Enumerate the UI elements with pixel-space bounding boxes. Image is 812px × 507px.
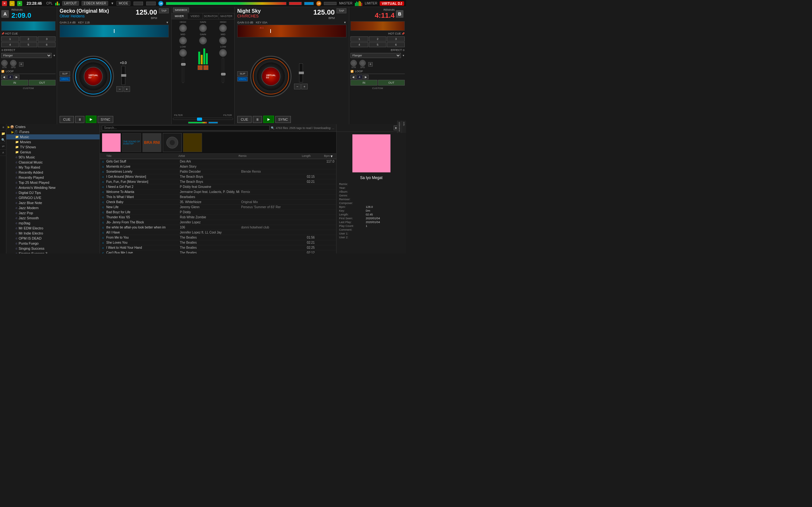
sidebar-item-jazz-smooth[interactable]: ♫ Jazz Smooth bbox=[6, 216, 100, 221]
pitch-slider-a[interactable] bbox=[121, 66, 125, 85]
loop-next-a[interactable]: ▶ bbox=[14, 75, 19, 79]
mid-knob-l[interactable] bbox=[179, 37, 187, 44]
sandbox-btn[interactable]: SANDBOX bbox=[173, 8, 189, 12]
hcue-a-3[interactable]: 3 bbox=[38, 37, 55, 42]
tap-btn-b[interactable]: TAP bbox=[337, 8, 346, 13]
track-row[interactable]: ♫ Moments in Love Adam Story bbox=[100, 164, 336, 169]
dropdown-icon[interactable]: ▼ bbox=[111, 2, 114, 5]
maximize-button[interactable]: + bbox=[17, 1, 22, 6]
out-btn-b[interactable]: OUT bbox=[378, 80, 405, 86]
hcue-b-4[interactable]: 4 bbox=[351, 42, 368, 47]
tab-scratch[interactable]: SCRATCH bbox=[203, 13, 219, 19]
effect-expand-b[interactable]: ▼ bbox=[402, 54, 405, 57]
effect-expand-a[interactable]: ▼ bbox=[53, 54, 55, 57]
turntable-a[interactable]: VIRTUALDJ bbox=[72, 56, 114, 97]
sidebar-item-gringo[interactable]: ♫ GRINGO LIVE bbox=[6, 195, 100, 200]
sidebar-item-itunes[interactable]: ▶🎵 iTunes bbox=[6, 129, 100, 134]
sidebar-item-mp3tag[interactable]: ♫ mp3tag bbox=[6, 221, 100, 226]
effect-select-b[interactable]: Flanger bbox=[351, 53, 401, 58]
sidebar-item-edm[interactable]: ♫ Mr EDM Electro bbox=[6, 226, 100, 231]
play-b[interactable]: ▶ bbox=[263, 116, 274, 123]
hp-right[interactable]: 🎧 bbox=[203, 65, 208, 70]
loop-prev-b[interactable]: ◀ bbox=[351, 75, 356, 79]
track-row[interactable]: ♫ From Me to You The Beatles 01:56 bbox=[100, 235, 336, 240]
th-artist[interactable]: Artist bbox=[178, 154, 239, 158]
str-knob-a[interactable] bbox=[1, 60, 8, 66]
track-row[interactable]: ♫ This Is What I Want Bearbabes bbox=[100, 194, 336, 200]
sidebar-item-punta[interactable]: ♫ Punta Fuego bbox=[6, 241, 100, 246]
album-art-5[interactable] bbox=[183, 133, 202, 152]
sidebar-item-music[interactable]: 📁 Music bbox=[6, 134, 100, 139]
track-row[interactable]: ♫ She Loves You The Beatles 02:21 bbox=[100, 240, 336, 245]
hcue-a-6[interactable]: 6 bbox=[38, 42, 55, 47]
hcue-b-3[interactable]: 3 bbox=[387, 37, 405, 42]
th-sort[interactable]: ▼ bbox=[330, 154, 334, 158]
slip-btn-b[interactable]: SLIP bbox=[237, 71, 248, 76]
hp-left[interactable]: 🎧 bbox=[198, 65, 203, 70]
tap-btn-a[interactable]: TAP bbox=[159, 8, 169, 13]
play-a[interactable]: ▶ bbox=[86, 116, 96, 123]
layout-button[interactable]: LAYOUT bbox=[62, 1, 79, 6]
track-row[interactable]: ♫ Welcome To Atlanta Jermaine Dupri feat… bbox=[100, 189, 336, 194]
sidebar-item-tv[interactable]: 📁 TV Shows bbox=[6, 145, 100, 150]
track-row[interactable]: ♫ I Get Around [Mono Version] The Beach … bbox=[100, 174, 336, 179]
sidebar-item-movies[interactable]: 📁 Movies bbox=[6, 139, 100, 145]
in-btn-b[interactable]: IN bbox=[351, 80, 377, 86]
sidebar-item-jazz-blue[interactable]: ♫ Jazz Blue Note bbox=[6, 200, 100, 205]
album-art-2[interactable]: THE SOUND OFDUBSTEP bbox=[122, 133, 141, 152]
th-title[interactable]: Title bbox=[106, 154, 178, 158]
search-icon[interactable]: 🔍 bbox=[271, 126, 274, 130]
track-row[interactable]: ♫ All I Have Jennifer Lopez ft. LL Cool … bbox=[100, 230, 336, 235]
hcue-b-1[interactable]: 1 bbox=[351, 37, 368, 42]
turntable-b[interactable]: VIRTUALDJ bbox=[250, 56, 292, 97]
minimize-button[interactable]: − bbox=[9, 1, 14, 6]
nav-icon-arrows[interactable]: ⇄ bbox=[0, 143, 6, 150]
sidebar-item-opm[interactable]: ♫ OPM IS DEAD bbox=[6, 236, 100, 241]
str-knob-b[interactable] bbox=[351, 60, 357, 66]
sidebar-item-antonios[interactable]: ♫ Antonio's Wedding New bbox=[6, 185, 100, 190]
effect-add-a[interactable]: + bbox=[19, 62, 23, 66]
track-row[interactable]: ♫ I Want to Hold Your Hand The Beatles 0… bbox=[100, 245, 336, 250]
cue-main-a[interactable]: CUE bbox=[60, 116, 74, 123]
out-btn-a[interactable]: OUT bbox=[29, 80, 56, 86]
track-row[interactable]: ♫ Girls Get Stuff Des Ark 117.0 bbox=[100, 159, 336, 164]
tab-video[interactable]: VIDEO bbox=[188, 13, 203, 19]
hcue-a-4[interactable]: 4 bbox=[1, 42, 19, 47]
loop-next-b[interactable]: ▶ bbox=[363, 75, 368, 79]
sidebar-item-singing3[interactable]: ♫ Singing Success 3 bbox=[6, 251, 100, 253]
sidebar-item-recently-played[interactable]: ♫ Recently Played bbox=[6, 175, 100, 180]
sidebar-item-top-rated[interactable]: ♫ My Top Rated bbox=[6, 165, 100, 170]
hcue-b-2[interactable]: 2 bbox=[369, 37, 387, 42]
low-knob-l[interactable] bbox=[179, 49, 187, 57]
pm-minus-b[interactable]: − bbox=[294, 83, 300, 89]
track-row[interactable]: ♫ Sometimes Lonely Pablo Decoder Blende … bbox=[100, 169, 336, 174]
effect-add-b[interactable]: + bbox=[368, 62, 373, 66]
gain-knob-r[interactable] bbox=[199, 37, 207, 44]
effect-select-a[interactable]: Flanger bbox=[1, 53, 52, 58]
sidebar-item-crates[interactable]: ▶📦 Crates bbox=[6, 124, 100, 129]
sidebar-item-indie[interactable]: ♫ Mr Indie Electro bbox=[6, 231, 100, 236]
sidebar-item-recently-added[interactable]: ♫ Recently Added bbox=[6, 170, 100, 175]
album-art-4[interactable] bbox=[163, 133, 182, 152]
pause-a[interactable]: ⏸ bbox=[75, 116, 84, 123]
sidebar-item-jazz-pop[interactable]: ♫ Jazz Pop bbox=[6, 210, 100, 216]
search-input[interactable] bbox=[102, 125, 270, 130]
sidebar-item-classical[interactable]: ♫ Classical Music bbox=[6, 160, 100, 165]
close-button[interactable]: ✕ bbox=[2, 1, 7, 6]
mixer-button[interactable]: 2 DECK MIXER bbox=[82, 1, 108, 6]
fader-r[interactable] bbox=[222, 58, 224, 83]
hcue-a-5[interactable]: 5 bbox=[20, 42, 38, 47]
nav-icon-filter[interactable]: 🔍 bbox=[0, 137, 6, 143]
track-row[interactable]: ♫ Thunder Kiss '65 Rob White Zombie bbox=[100, 215, 336, 220]
pause-b[interactable]: ⏸ bbox=[253, 116, 262, 123]
pm-minus-a[interactable]: − bbox=[116, 86, 123, 92]
high-knob-r[interactable] bbox=[219, 24, 227, 32]
track-row[interactable]: ♫ Bad Boyz for Life P Diddy bbox=[100, 210, 336, 215]
gain-knob[interactable] bbox=[199, 24, 207, 32]
tab-mixer[interactable]: MIXER bbox=[171, 13, 188, 19]
album-art-1[interactable] bbox=[102, 133, 121, 152]
pitch-slider-b[interactable] bbox=[299, 63, 303, 82]
high-knob-l[interactable] bbox=[179, 24, 187, 32]
loop-prev-a[interactable]: ◀ bbox=[1, 75, 7, 79]
hcue-a-1[interactable]: 1 bbox=[1, 37, 19, 42]
